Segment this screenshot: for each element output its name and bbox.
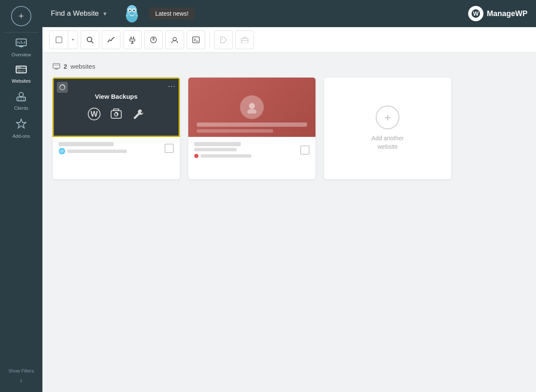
sidebar: + Overview — [0, 0, 42, 392]
site-card-2-name — [194, 142, 241, 146]
svg-point-47 — [222, 38, 223, 39]
terminal-button[interactable] — [187, 31, 205, 49]
svg-rect-28 — [129, 14, 135, 18]
logo-icon: W — [468, 6, 483, 21]
svg-marker-20 — [17, 119, 26, 128]
sidebar-item-overview[interactable]: Overview — [0, 34, 42, 61]
site-card-1-url-bar — [67, 150, 127, 153]
backup-icon[interactable] — [108, 106, 124, 122]
sidebar-item-addons[interactable]: Add-ons — [0, 114, 42, 142]
svg-text:W: W — [473, 10, 479, 17]
plugins-button[interactable] — [123, 31, 142, 49]
site-card-1-url: 🌐 — [59, 148, 127, 154]
svg-point-60 — [247, 109, 257, 114]
site-card-1-info: 🌐 — [59, 142, 127, 154]
svg-point-44 — [173, 37, 176, 41]
users-button[interactable] — [165, 31, 184, 49]
svg-rect-30 — [135, 15, 138, 17]
sidebar-bottom: Show Filters › — [0, 365, 42, 392]
websites-count: 2 — [64, 63, 67, 70]
site-card-2-url-bar — [194, 148, 237, 151]
plus-icon: + — [19, 11, 24, 22]
card-1-menu-button[interactable]: ··· — [168, 82, 176, 91]
toolbar-divider — [209, 32, 210, 47]
svg-rect-10 — [17, 67, 19, 68]
svg-line-36 — [91, 41, 93, 43]
svg-rect-11 — [20, 67, 21, 68]
site-card-1-checkbox[interactable] — [165, 144, 174, 153]
analytics-button[interactable] — [102, 31, 120, 49]
add-website-card[interactable]: + Add anotherwebsite — [324, 78, 451, 179]
websites-icon — [16, 65, 27, 77]
svg-rect-29 — [126, 15, 128, 17]
overview-icon — [16, 39, 27, 50]
svg-rect-50 — [53, 64, 60, 68]
card-hover-icons: W — [86, 106, 146, 122]
briefcase-button[interactable] — [235, 31, 254, 49]
add-website-plus-icon: + — [384, 111, 391, 124]
clients-icon — [16, 91, 27, 104]
add-website-circle: + — [376, 106, 399, 129]
svg-rect-39 — [130, 39, 135, 41]
site-card-2-info — [194, 142, 251, 158]
site-card-1-thumb: View Backups W — [53, 78, 180, 137]
topbar: Find a Website ▼ Latest news! — [42, 0, 536, 27]
select-all-group — [49, 31, 78, 49]
svg-point-25 — [129, 10, 131, 11]
logo-text: ManageWP — [487, 9, 528, 18]
site-card-2-url-bar2 — [201, 154, 251, 158]
add-button[interactable]: + — [11, 6, 31, 26]
svg-point-16 — [19, 92, 23, 97]
sidebar-addons-label: Add-ons — [13, 133, 30, 139]
latest-news-button[interactable]: Latest news! — [149, 8, 195, 19]
managewp-logo: W ManageWP — [468, 6, 528, 21]
svg-point-26 — [133, 10, 135, 11]
select-dropdown-button[interactable] — [68, 31, 78, 49]
main-area: Find a Website ▼ Latest news! — [42, 0, 536, 392]
find-website-label: Find a Website — [51, 9, 99, 18]
sidebar-item-websites[interactable]: Websites — [0, 61, 42, 87]
view-backups-label: View Backups — [95, 93, 138, 100]
globe-icon: 🌐 — [59, 148, 65, 154]
addons-icon — [16, 118, 27, 132]
sidebar-overview-label: Overview — [11, 52, 31, 57]
sidebar-divider — [4, 32, 38, 33]
site-card-2-checkbox[interactable] — [300, 145, 310, 155]
add-website-label: Add anotherwebsite — [371, 134, 404, 151]
websites-label: websites — [70, 63, 95, 70]
card-1-color-swatch — [57, 82, 68, 93]
site-card-2-bar2 — [197, 129, 273, 133]
site-card-2-url — [194, 148, 251, 151]
wrench-icon[interactable] — [130, 106, 146, 122]
sidebar-item-clients[interactable]: Clients — [0, 87, 42, 114]
site-card-2-footer — [188, 137, 315, 163]
content-area: 2 websites View Backups W — [42, 53, 536, 392]
select-all-button[interactable] — [49, 31, 68, 49]
sites-grid: View Backups W — [53, 78, 526, 179]
site-card-2[interactable] — [188, 78, 315, 179]
site-card-2-bar1 — [197, 122, 307, 127]
websites-heading: 2 websites — [53, 63, 526, 70]
themes-button[interactable] — [144, 31, 163, 49]
site-card-2-avatar — [240, 95, 264, 119]
expand-sidebar-button[interactable]: › — [20, 375, 22, 388]
tag-button[interactable] — [214, 31, 233, 49]
wordpress-icon[interactable]: W — [86, 106, 102, 122]
dropdown-arrow-icon: ▼ — [102, 11, 108, 17]
svg-text:W: W — [91, 110, 98, 118]
site-card-2-thumb — [188, 78, 315, 137]
find-website-dropdown[interactable]: Find a Website ▼ — [51, 9, 108, 18]
svg-marker-34 — [72, 39, 74, 41]
site-card-1-footer: 🌐 — [53, 137, 180, 159]
svg-rect-56 — [111, 111, 121, 118]
red-dot-icon — [194, 154, 198, 158]
svg-rect-33 — [56, 37, 62, 43]
svg-rect-12 — [16, 69, 20, 73]
search-button[interactable] — [81, 31, 99, 49]
sidebar-clients-label: Clients — [14, 106, 28, 111]
svg-point-59 — [249, 103, 255, 109]
show-filters-button[interactable]: Show Filters — [8, 365, 34, 375]
site-card-1[interactable]: View Backups W — [53, 78, 180, 179]
websites-count-icon — [53, 63, 60, 70]
site-card-2-url-row2 — [194, 154, 251, 158]
